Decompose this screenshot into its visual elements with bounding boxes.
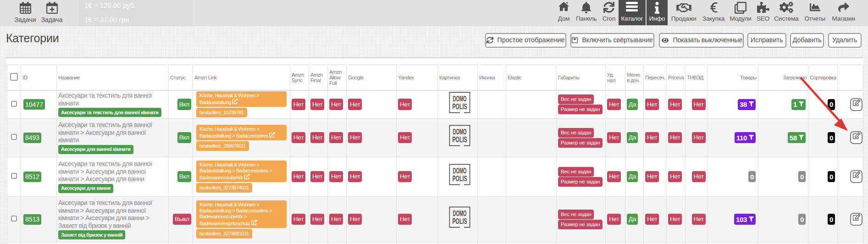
svg-text:POLIS: POLIS (452, 174, 467, 183)
svg-text:POLIS: POLIS (452, 135, 467, 144)
svg-text:DOMO: DOMO (453, 166, 466, 175)
svg-text:POLIS: POLIS (452, 102, 467, 111)
svg-text:POLIS: POLIS (452, 217, 467, 225)
svg-text:DOMO: DOMO (453, 209, 466, 217)
svg-text:DOMO: DOMO (453, 128, 466, 136)
svg-text:DOMO: DOMO (453, 94, 466, 103)
